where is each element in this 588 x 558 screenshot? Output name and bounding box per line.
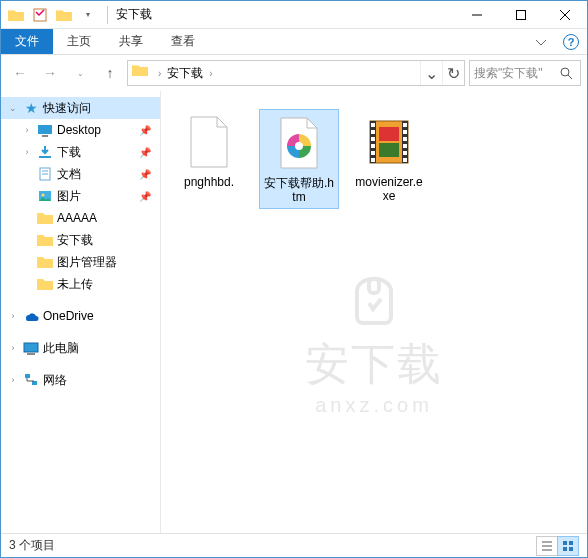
file-name: pnghhbd. bbox=[184, 175, 234, 189]
chevron-right-icon[interactable]: › bbox=[7, 343, 19, 353]
status-text: 3 个项目 bbox=[9, 537, 55, 554]
folder-icon bbox=[132, 63, 152, 83]
tree-label: 安下载 bbox=[57, 232, 93, 249]
chevron-right-icon[interactable]: › bbox=[7, 375, 19, 385]
tab-view[interactable]: 查看 bbox=[157, 29, 209, 54]
chevron-right-icon[interactable]: › bbox=[156, 68, 163, 79]
folder-icon-small bbox=[53, 4, 75, 26]
details-view-button[interactable] bbox=[536, 536, 558, 556]
file-item[interactable]: 安下载帮助.htm bbox=[259, 109, 339, 209]
svg-rect-24 bbox=[371, 130, 375, 134]
search-icon[interactable] bbox=[554, 67, 578, 80]
downloads-icon bbox=[36, 143, 54, 161]
svg-rect-17 bbox=[25, 374, 30, 378]
folder-icon bbox=[36, 275, 54, 293]
maximize-button[interactable] bbox=[499, 1, 543, 29]
tree-item-downloads[interactable]: › 下载 📌 bbox=[1, 141, 160, 163]
tree-item-folder[interactable]: AAAAA bbox=[1, 207, 160, 229]
svg-point-19 bbox=[295, 142, 303, 150]
svg-rect-7 bbox=[38, 125, 52, 134]
icons-view-button[interactable] bbox=[557, 536, 579, 556]
tree-item-folder[interactable]: 图片管理器 bbox=[1, 251, 160, 273]
help-button[interactable]: ? bbox=[563, 34, 579, 50]
close-button[interactable] bbox=[543, 1, 587, 29]
search-input[interactable] bbox=[470, 66, 554, 80]
svg-rect-15 bbox=[24, 343, 38, 352]
tree-label: 此电脑 bbox=[43, 340, 79, 357]
explorer-body: ⌄ ★ 快速访问 › Desktop 📌 › 下载 📌 文档 📌 图片 📌 bbox=[1, 91, 587, 533]
svg-rect-35 bbox=[379, 127, 399, 141]
tree-item-folder[interactable]: 未上传 bbox=[1, 273, 160, 295]
file-item[interactable]: movienizer.exe bbox=[349, 109, 429, 207]
chevron-right-icon[interactable]: › bbox=[207, 68, 214, 79]
forward-button[interactable]: → bbox=[37, 60, 63, 86]
ribbon-expand-icon[interactable] bbox=[527, 29, 555, 54]
minimize-button[interactable] bbox=[455, 1, 499, 29]
computer-icon bbox=[22, 339, 40, 357]
tree-label: 未上传 bbox=[57, 276, 93, 293]
file-list[interactable]: pnghhbd. 安下载帮助.htm bbox=[161, 91, 587, 533]
file-tab[interactable]: 文件 bbox=[1, 29, 53, 54]
svg-rect-43 bbox=[563, 547, 567, 551]
address-dropdown-icon[interactable]: ⌄ bbox=[420, 61, 442, 85]
tab-home[interactable]: 主页 bbox=[53, 29, 105, 54]
svg-point-14 bbox=[42, 194, 45, 197]
svg-rect-44 bbox=[569, 547, 573, 551]
chevron-right-icon[interactable]: › bbox=[21, 147, 33, 157]
tree-item-folder[interactable]: 安下载 bbox=[1, 229, 160, 251]
pin-icon: 📌 bbox=[136, 121, 154, 139]
tab-share[interactable]: 共享 bbox=[105, 29, 157, 54]
tree-label: OneDrive bbox=[43, 309, 94, 323]
file-item[interactable]: pnghhbd. bbox=[169, 109, 249, 193]
svg-rect-23 bbox=[371, 123, 375, 127]
chevron-right-icon[interactable]: › bbox=[21, 125, 33, 135]
navigation-tree[interactable]: ⌄ ★ 快速访问 › Desktop 📌 › 下载 📌 文档 📌 图片 📌 bbox=[1, 91, 161, 533]
ribbon-tabs: 文件 主页 共享 查看 ? bbox=[1, 29, 587, 55]
svg-rect-33 bbox=[403, 151, 407, 155]
chevron-right-icon[interactable]: › bbox=[7, 311, 19, 321]
svg-rect-25 bbox=[371, 137, 375, 141]
svg-rect-2 bbox=[517, 10, 526, 19]
folder-icon bbox=[36, 209, 54, 227]
folder-icon bbox=[5, 4, 27, 26]
tree-item-documents[interactable]: 文档 📌 bbox=[1, 163, 160, 185]
svg-rect-29 bbox=[403, 123, 407, 127]
tree-network[interactable]: › 网络 bbox=[1, 369, 160, 391]
properties-icon[interactable] bbox=[29, 4, 51, 26]
refresh-button[interactable]: ↻ bbox=[442, 61, 464, 85]
back-button[interactable]: ← bbox=[7, 60, 33, 86]
tree-item-pictures[interactable]: 图片 📌 bbox=[1, 185, 160, 207]
svg-rect-31 bbox=[403, 137, 407, 141]
title-bar: ▾ 安下载 bbox=[1, 1, 587, 29]
folder-icon bbox=[36, 253, 54, 271]
navigation-bar: ← → ⌄ ↑ › 安下载 › ⌄ ↻ bbox=[1, 55, 587, 91]
tree-onedrive[interactable]: › OneDrive bbox=[1, 305, 160, 327]
up-button[interactable]: ↑ bbox=[97, 60, 123, 86]
svg-rect-42 bbox=[569, 541, 573, 545]
svg-rect-21 bbox=[370, 121, 376, 163]
tree-item-desktop[interactable]: › Desktop 📌 bbox=[1, 119, 160, 141]
svg-rect-28 bbox=[371, 158, 375, 162]
search-box[interactable] bbox=[469, 60, 581, 86]
tree-label: 快速访问 bbox=[43, 100, 91, 117]
desktop-icon bbox=[36, 121, 54, 139]
tree-this-pc[interactable]: › 此电脑 bbox=[1, 337, 160, 359]
qat-dropdown-icon[interactable]: ▾ bbox=[77, 4, 99, 26]
tree-quick-access[interactable]: ⌄ ★ 快速访问 bbox=[1, 97, 160, 119]
svg-rect-36 bbox=[379, 143, 399, 157]
svg-rect-32 bbox=[403, 144, 407, 148]
svg-rect-8 bbox=[42, 135, 48, 137]
recent-dropdown-icon[interactable]: ⌄ bbox=[67, 60, 93, 86]
tree-label: 图片 bbox=[57, 188, 81, 205]
address-bar[interactable]: › 安下载 › ⌄ ↻ bbox=[127, 60, 465, 86]
watermark-url: anxz.com bbox=[305, 394, 443, 417]
svg-rect-34 bbox=[403, 158, 407, 162]
pin-icon: 📌 bbox=[136, 165, 154, 183]
svg-rect-16 bbox=[27, 353, 35, 355]
quick-access-toolbar: ▾ bbox=[1, 4, 103, 26]
breadcrumb-item[interactable]: 安下载 bbox=[163, 65, 207, 82]
svg-rect-30 bbox=[403, 130, 407, 134]
chevron-down-icon[interactable]: ⌄ bbox=[7, 103, 19, 113]
svg-rect-9 bbox=[39, 156, 51, 158]
tree-label: 文档 bbox=[57, 166, 81, 183]
